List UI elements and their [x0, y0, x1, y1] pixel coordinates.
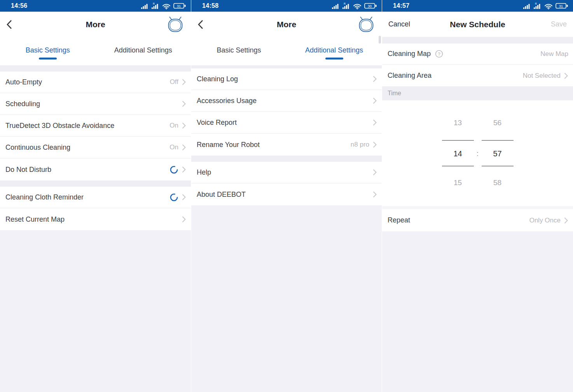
battery-icon: 31 — [556, 3, 568, 9]
tab-additional-settings[interactable]: Additional Settings — [286, 37, 382, 65]
chevron-right-icon — [182, 144, 186, 151]
list-item-label: Reset Current Map — [5, 215, 65, 224]
robot-logo-icon — [357, 16, 376, 33]
chevron-right-icon — [372, 97, 377, 105]
chevron-right-icon — [564, 217, 568, 224]
settings-list: Cleaning LogAccessories UsageVoice Repor… — [191, 68, 382, 205]
page-title: More — [277, 20, 296, 29]
chevron-right-icon — [372, 141, 377, 149]
robot-logo-icon — [166, 16, 185, 33]
tab-label: Additional Settings — [305, 46, 363, 54]
list-item[interactable]: Do Not Disturb — [0, 159, 191, 180]
list-item[interactable]: Accessories Usage — [191, 90, 382, 112]
list-item[interactable]: Auto-EmptyOff — [0, 72, 191, 93]
time-picker[interactable]: 13 14 15 56 57 58 : — [382, 100, 573, 206]
wifi-icon — [544, 3, 553, 9]
minute-wheel[interactable]: 56 57 58 — [482, 100, 514, 187]
chevron-right-icon — [182, 78, 186, 86]
chevron-right-icon — [564, 72, 568, 80]
list-item[interactable]: Continuous CleaningOn — [0, 137, 191, 159]
loading-spinner-icon — [169, 193, 178, 202]
chevron-right-icon — [372, 119, 377, 126]
back-chevron-icon — [197, 19, 204, 30]
save-button[interactable]: Save — [551, 20, 567, 28]
wifi-icon — [162, 3, 171, 9]
picker-selection-line — [442, 140, 474, 141]
hour-option-next[interactable]: 15 — [454, 178, 462, 187]
scrollbar-thumb[interactable] — [379, 36, 381, 44]
modal-header: Cancel New Schedule Save — [382, 12, 573, 37]
tab-label: Basic Settings — [217, 46, 261, 54]
list-item[interactable]: Cleaning Map?New Map — [382, 44, 573, 65]
repeat-label: Repeat — [388, 216, 410, 224]
page-header: More — [191, 12, 382, 37]
back-button[interactable] — [6, 19, 12, 30]
chevron-right-icon — [182, 166, 186, 173]
roaming-signal-icon: R — [342, 2, 350, 9]
repeat-section: Repeat Only Once — [382, 209, 573, 231]
status-bar: 14:56 R 31 — [0, 0, 191, 12]
list-item-label: About DEEBOT — [197, 191, 246, 199]
status-bar: 14:58 R 30 — [191, 0, 382, 12]
status-time: 14:58 — [202, 2, 218, 9]
list-item[interactable]: Help — [191, 162, 382, 184]
hour-option-prev[interactable]: 13 — [454, 118, 462, 128]
list-item[interactable]: Cleaning Log — [191, 68, 382, 90]
active-tab-underline — [39, 58, 57, 60]
cancel-button[interactable]: Cancel — [388, 20, 410, 28]
tab-label: Basic Settings — [26, 46, 70, 54]
tab-bar: Basic Settings Additional Settings — [0, 37, 191, 65]
list-item[interactable]: Voice Report — [191, 112, 382, 134]
page-title: More — [86, 20, 105, 29]
hour-wheel[interactable]: 13 14 15 — [442, 100, 474, 187]
svg-text:30: 30 — [368, 4, 372, 8]
tab-basic-settings[interactable]: Basic Settings — [191, 37, 286, 65]
minute-option-next[interactable]: 58 — [493, 178, 501, 187]
status-bar: 14:57 R 31 — [382, 0, 573, 12]
section-separator — [191, 65, 382, 68]
list-item-label: Accessories Usage — [197, 97, 257, 105]
chevron-right-icon — [372, 168, 377, 176]
list-item[interactable]: Cleaning AreaNot Selected — [382, 65, 573, 86]
list-item-label: TrueDetect 3D Obstacle Avoidance — [5, 122, 114, 130]
list-item-label: Cleaning Area — [388, 72, 431, 80]
list-item-value: Not Selected — [523, 72, 561, 80]
status-time: 14:56 — [11, 2, 27, 9]
list-item-value: n8 pro — [351, 141, 369, 149]
tab-basic-settings[interactable]: Basic Settings — [0, 37, 96, 65]
list-item[interactable]: Reset Current Map — [0, 208, 191, 230]
help-icon[interactable]: ? — [435, 49, 444, 58]
active-tab-underline — [325, 58, 343, 60]
signal-icon — [332, 2, 340, 9]
minute-option-prev[interactable]: 56 — [493, 118, 501, 128]
list-item-value: New Map — [540, 50, 568, 58]
chevron-right-icon — [182, 122, 186, 130]
svg-text:R: R — [153, 2, 155, 5]
chevron-right-icon — [372, 75, 377, 83]
list-item[interactable]: Cleaning Cloth Reminder — [0, 187, 191, 208]
repeat-row[interactable]: Repeat Only Once — [382, 209, 573, 231]
group-separator — [191, 156, 382, 162]
time-section-header: Time — [382, 86, 573, 100]
list-item[interactable]: TrueDetect 3D Obstacle AvoidanceOn — [0, 115, 191, 137]
settings-list: Auto-EmptyOffSchedulingTrueDetect 3D Obs… — [0, 72, 191, 230]
svg-text:31: 31 — [559, 4, 563, 8]
repeat-value: Only Once — [529, 217, 561, 224]
list-item-label: Cleaning Map — [388, 50, 431, 58]
list-item[interactable]: About DEEBOT — [191, 184, 382, 205]
list-item[interactable]: Scheduling — [0, 93, 191, 115]
screen-new-schedule: 14:57 R 31 Cancel New Schedule Save Clea… — [382, 0, 573, 392]
list-item-label: Continuous Cleaning — [5, 144, 70, 152]
picker-selection-line — [482, 140, 514, 141]
chevron-right-icon — [182, 100, 186, 108]
back-button[interactable] — [197, 19, 204, 30]
loading-spinner-icon — [169, 165, 178, 174]
picker-selection-line — [482, 166, 514, 166]
chevron-right-icon — [182, 193, 186, 201]
tab-additional-settings[interactable]: Additional Settings — [96, 37, 191, 65]
picker-selection-line — [442, 166, 474, 166]
list-item[interactable]: Rename Your Robotn8 pro — [191, 134, 382, 156]
list-item-value: Off — [170, 78, 178, 86]
list-item-label: Voice Report — [197, 119, 237, 127]
tab-bar: Basic Settings Additional Settings — [191, 37, 382, 65]
